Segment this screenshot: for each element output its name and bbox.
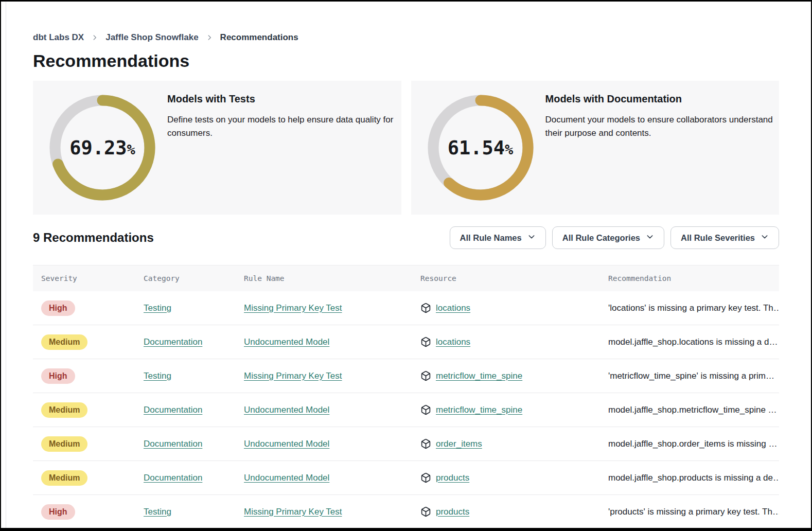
severity-badge: High: [41, 368, 75, 384]
rule-names-filter-dropdown[interactable]: All Rule Names: [450, 226, 546, 249]
documentation-card-title: Models with Documentation: [545, 93, 787, 105]
breadcrumb-account-link[interactable]: dbt Labs DX: [33, 32, 84, 43]
severity-badge: Medium: [41, 436, 87, 452]
recommendation-text: model.jaffle_shop.metricflow_time_spine …: [608, 405, 777, 415]
rule-categories-filter-label: All Rule Categories: [562, 233, 640, 243]
documentation-card-description: Document your models to ensure collabora…: [545, 113, 778, 140]
resource-link[interactable]: metricflow_time_spine: [436, 371, 522, 381]
column-header-resource: Resource: [412, 274, 600, 282]
resource-link[interactable]: order_items: [436, 439, 482, 449]
tests-donut-chart: 69.23%: [43, 88, 162, 207]
severity-badge: High: [41, 300, 75, 316]
severity-badge: Medium: [41, 334, 87, 350]
resource-link[interactable]: locations: [436, 303, 470, 313]
severity-badge: High: [41, 504, 75, 520]
rule-name-link[interactable]: Missing Primary Key Test: [244, 507, 342, 517]
column-header-rule-name: Rule Name: [236, 274, 412, 282]
category-link[interactable]: Testing: [144, 303, 171, 313]
documentation-card-text: Models with Documentation Document your …: [545, 93, 787, 140]
table-row: HighTestingMissing Primary Key Test prod…: [33, 495, 779, 529]
severity-badge: Medium: [41, 402, 87, 418]
list-header-row: 9 Recommendations All Rule Names All Rul…: [33, 226, 779, 250]
rule-categories-filter-dropdown[interactable]: All Rule Categories: [552, 226, 664, 249]
rule-severities-filter-label: All Rule Severities: [681, 233, 755, 243]
rule-name-link[interactable]: Undocumented Model: [244, 337, 329, 347]
recommendation-text: model.jaffle_shop.products is missing a …: [608, 473, 779, 483]
table-row: MediumDocumentationUndocumented Model pr…: [33, 461, 779, 495]
chevron-down-icon: [761, 233, 769, 243]
severity-badge: Medium: [41, 470, 87, 486]
table-header-row: Severity Category Rule Name Resource Rec…: [33, 266, 779, 291]
resource-link[interactable]: products: [436, 473, 469, 483]
rule-severities-filter-dropdown[interactable]: All Rule Severities: [670, 226, 779, 249]
tests-percent-value: 69.23%: [43, 88, 162, 207]
model-cube-icon: [420, 404, 431, 415]
resource-link[interactable]: metricflow_time_spine: [436, 405, 522, 415]
summary-cards: 69.23% Models with Tests Define tests on…: [33, 81, 779, 215]
resource-link[interactable]: locations: [436, 337, 470, 347]
category-link[interactable]: Documentation: [144, 473, 202, 483]
tests-card-text: Models with Tests Define tests on your m…: [167, 93, 409, 140]
rule-names-filter-label: All Rule Names: [460, 233, 522, 243]
model-cube-icon: [420, 370, 431, 381]
tests-card-title: Models with Tests: [167, 93, 409, 105]
column-header-severity: Severity: [33, 274, 135, 282]
filter-bar: All Rule Names All Rule Categories All R…: [450, 226, 779, 249]
documentation-donut-chart: 61.54%: [421, 88, 540, 207]
tests-card-description: Define tests on your models to help ensu…: [167, 113, 400, 140]
recommendation-text: 'metricflow_time_spine' is missing a pri…: [608, 371, 774, 381]
app-window: dbt Labs DX Jaffle Shop Snowflake Recomm…: [0, 0, 812, 531]
rule-name-link[interactable]: Undocumented Model: [244, 473, 329, 483]
chevron-down-icon: [646, 233, 654, 243]
recommendations-table: Severity Category Rule Name Resource Rec…: [33, 265, 779, 529]
chevron-down-icon: [527, 233, 536, 243]
category-link[interactable]: Testing: [144, 371, 171, 381]
category-link[interactable]: Testing: [144, 507, 171, 517]
column-header-category: Category: [135, 274, 236, 282]
recommendation-text: model.jaffle_shop.order_items is missing…: [608, 439, 778, 449]
model-cube-icon: [420, 506, 431, 517]
model-cube-icon: [420, 303, 431, 313]
breadcrumb-project-link[interactable]: Jaffle Shop Snowflake: [105, 32, 198, 43]
rule-name-link[interactable]: Missing Primary Key Test: [244, 371, 342, 381]
column-header-recommendation: Recommendation: [600, 274, 779, 282]
recommendation-text: model.jaffle_shop.locations is missing a…: [608, 337, 778, 347]
rule-name-link[interactable]: Missing Primary Key Test: [244, 303, 342, 313]
models-with-tests-card: 69.23% Models with Tests Define tests on…: [33, 81, 401, 215]
model-cube-icon: [420, 337, 431, 347]
category-link[interactable]: Documentation: [144, 405, 202, 415]
recommendations-count: 9 Recommendations: [33, 231, 154, 245]
resource-link[interactable]: products: [436, 507, 469, 517]
table-body: HighTestingMissing Primary Key Test loca…: [33, 291, 779, 529]
model-cube-icon: [420, 438, 431, 449]
documentation-percent-value: 61.54%: [421, 88, 540, 207]
models-with-documentation-card: 61.54% Models with Documentation Documen…: [411, 81, 780, 215]
table-row: MediumDocumentationUndocumented Model or…: [33, 427, 779, 461]
table-row: MediumDocumentationUndocumented Model me…: [33, 393, 779, 427]
rule-name-link[interactable]: Undocumented Model: [244, 405, 329, 415]
category-link[interactable]: Documentation: [144, 439, 202, 449]
table-row: MediumDocumentationUndocumented Model lo…: [33, 325, 779, 359]
model-cube-icon: [420, 472, 431, 483]
chevron-right-icon: [206, 34, 213, 41]
main-content: dbt Labs DX Jaffle Shop Snowflake Recomm…: [1, 31, 811, 529]
breadcrumb-current: Recommendations: [220, 32, 298, 43]
category-link[interactable]: Documentation: [144, 337, 202, 347]
table-row: HighTestingMissing Primary Key Test loca…: [33, 291, 779, 325]
breadcrumb: dbt Labs DX Jaffle Shop Snowflake Recomm…: [33, 31, 779, 44]
rule-name-link[interactable]: Undocumented Model: [244, 439, 329, 449]
recommendation-text: 'products' is missing a primary key test…: [608, 507, 779, 517]
chevron-right-icon: [91, 34, 98, 41]
page-title: Recommendations: [33, 50, 779, 72]
table-row: HighTestingMissing Primary Key Test metr…: [33, 359, 779, 393]
recommendation-text: 'locations' is missing a primary key tes…: [608, 303, 779, 313]
